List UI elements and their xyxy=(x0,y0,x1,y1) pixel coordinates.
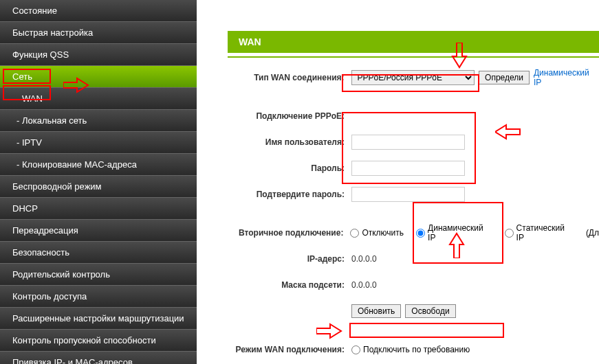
detect-button[interactable]: Определи xyxy=(479,71,530,84)
sidebar-item-security[interactable]: Безопасность xyxy=(0,242,197,264)
sidebar-item-mac-clone[interactable]: - Клонирование MAC-адреса xyxy=(0,154,197,176)
sidebar: Состояние Быстрая настройка Функция QSS … xyxy=(0,0,197,364)
sidebar-item-quick-setup[interactable]: Быстрая настройка xyxy=(0,22,197,44)
sidebar-item-access[interactable]: Контроль доступа xyxy=(0,286,197,308)
sidebar-item-lan[interactable]: - Локальная сеть xyxy=(0,110,197,132)
refresh-button[interactable]: Обновить xyxy=(351,304,401,318)
secondary-label: Вторичное подключение: xyxy=(228,228,350,238)
main-content: WAN Тип WAN соединения: PPPoE/Россия PPP… xyxy=(197,0,599,364)
release-button[interactable]: Освободи xyxy=(405,304,455,318)
sidebar-item-dhcp[interactable]: DHCP xyxy=(0,198,197,220)
secondary-dynamic-radio[interactable]: Динамический IP xyxy=(416,223,492,242)
sidebar-item-iptv[interactable]: - IPTV xyxy=(0,132,197,154)
ip-label: IP-адерс: xyxy=(228,254,351,264)
sidebar-item-parental[interactable]: Родительский контроль xyxy=(0,264,197,286)
confirm-password-input[interactable] xyxy=(351,187,465,202)
sidebar-item-status[interactable]: Состояние xyxy=(0,0,197,22)
divider xyxy=(228,56,599,58)
confirm-password-label: Подтвердите пароль: xyxy=(228,190,351,199)
secondary-disable-radio[interactable]: Отключить xyxy=(350,228,404,238)
password-input[interactable] xyxy=(351,161,465,176)
conn-type-label: Тип WAN соединения: xyxy=(228,73,351,82)
on-demand-radio[interactable]: Подключить по требованию xyxy=(351,345,470,354)
password-label: Пароль: xyxy=(228,163,351,173)
sidebar-item-qss[interactable]: Функция QSS xyxy=(0,44,197,66)
sidebar-item-wan[interactable]: - WAN xyxy=(0,88,197,110)
wan-mode-label: Режим WAN подключения: xyxy=(228,345,351,354)
mask-label: Маска подсети: xyxy=(228,280,351,290)
page-title: WAN xyxy=(228,31,599,53)
sidebar-item-wireless[interactable]: Беспроводной режим xyxy=(0,176,197,198)
secondary-note: (Дл xyxy=(586,228,599,238)
ip-value: 0.0.0.0 xyxy=(351,254,377,264)
conn-type-select[interactable]: PPPoE/Россия PPPoE xyxy=(351,70,475,85)
dynamic-ip-link[interactable]: Динамический IP xyxy=(534,68,599,87)
username-input[interactable] xyxy=(351,135,465,150)
sidebar-item-routing[interactable]: Расширенные настройки маршрутизации xyxy=(0,308,197,330)
mask-value: 0.0.0.0 xyxy=(351,280,377,290)
sidebar-item-network[interactable]: Сеть xyxy=(0,66,197,88)
sidebar-item-ip-mac-binding[interactable]: Привязка IP- и MAC-адресов xyxy=(0,352,197,364)
username-label: Имя пользователя: xyxy=(228,137,351,147)
sidebar-item-bandwidth[interactable]: Контроль пропускной способности xyxy=(0,330,197,352)
secondary-static-radio[interactable]: Статический IP xyxy=(505,223,574,242)
sidebar-item-forwarding[interactable]: Переадресация xyxy=(0,220,197,242)
pppoe-conn-label: Подключение PPPoE: xyxy=(228,111,351,121)
